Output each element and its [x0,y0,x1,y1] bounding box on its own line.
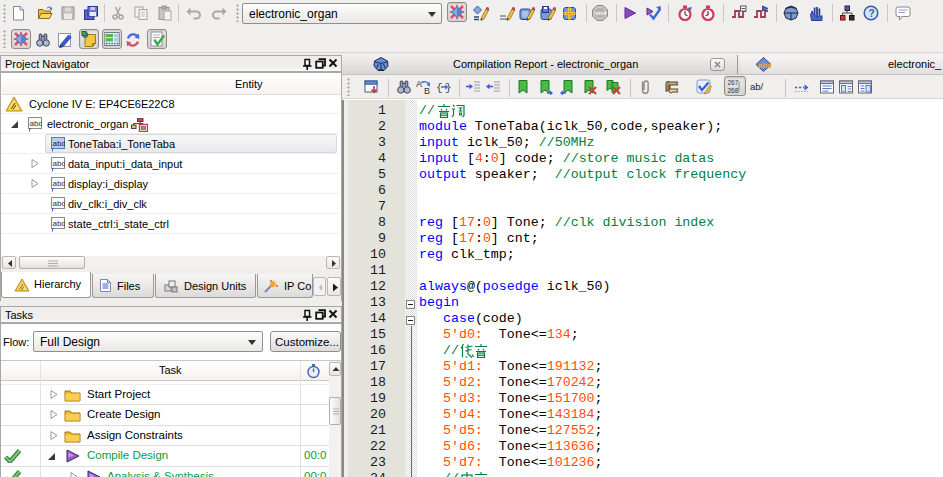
svg-text:abd: abd [53,199,66,208]
svg-text:abd: abd [53,179,66,188]
svg-text:STOP: STOP [595,11,607,16]
svg-text:A: A [416,79,422,89]
svg-text:{: { [436,82,443,94]
svg-text:abd: abd [53,219,66,228]
svg-text:ab/: ab/ [750,81,764,92]
svg-text:B: B [424,86,430,95]
svg-text:268: 268 [728,87,739,94]
svg-text:abd: abd [30,119,43,128]
svg-text:abd: abd [53,159,66,168]
svg-text:abc: abc [758,61,772,70]
svg-text:abd: abd [53,139,66,148]
svg-text:267: 267 [728,79,739,86]
svg-text:?: ? [869,8,875,19]
